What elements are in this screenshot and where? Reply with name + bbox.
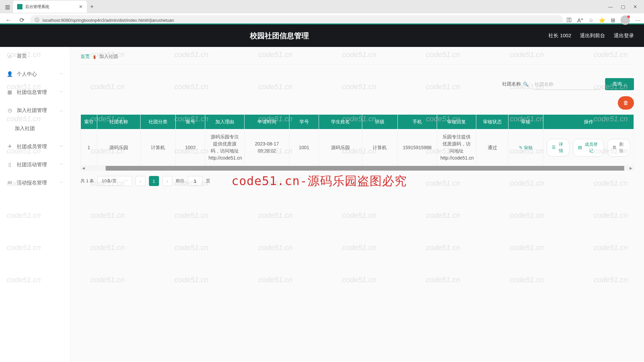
breadcrumb: 首页 ▮ 加入社团 [80,54,634,65]
send-icon: ✈ [7,143,13,149]
col-reason: 加入理由 [205,115,244,129]
app-header: 校园社团信息管理 社长 1002 退出到前台 退出登录 [0,23,644,47]
cell-student-no: 1001 [289,129,319,166]
cell-account: 1002 [176,129,205,166]
sidebar-item-home[interactable]: ⌂ 首页 [0,47,70,65]
phone-icon: ▯ [7,162,13,168]
scroll-track[interactable] [86,166,628,171]
horizontal-scrollbar[interactable]: ◀ ▶ [80,166,634,171]
window-controls: — ▢ ✕ [608,4,644,9]
favorites-bar-icon[interactable]: ⭐ [599,17,605,23]
detail-button[interactable]: ☰ 详情 [547,139,570,157]
prev-page-button[interactable]: ‹ [136,176,146,186]
col-category: 社团分类 [140,115,176,129]
search-icon: 🔍 [523,81,529,87]
favorite-icon[interactable]: ☆ [589,17,593,23]
app: 校园社团信息管理 社长 1002 退出到前台 退出登录 ⌂ 首页 👤 个人中心 … [0,23,644,362]
scroll-left-icon[interactable]: ◀ [81,166,86,170]
search-input[interactable] [533,78,600,90]
browser-tab[interactable]: 后台管理系统 ✕ [13,1,87,13]
col-apply-time: 申请时间 [245,115,289,129]
sidebar-item-label: 活动报名管理 [17,180,47,186]
logout-link[interactable]: 退出登录 [614,33,634,39]
sidebar-item-member[interactable]: ✈ 社团成员管理 ﹀ [0,137,70,156]
breadcrumb-home[interactable]: 首页 [80,54,90,60]
sidebar-item-label: 个人中心 [17,71,37,77]
sidebar-item-label: 加入社团管理 [17,107,47,114]
clock-icon: ◷ [7,107,13,113]
cell-phone: 15915915988 [397,129,437,166]
chevron-down-icon: ﹀ [124,178,128,184]
more-icon[interactable]: ⋯ [635,17,641,23]
cell-reason: 源码乐园专注提供优质源码，访问地址http://code51.cn [205,129,244,166]
chevron-up-icon: ︿ [59,108,63,113]
pagination: 共 1 条 10条/页 ﹀ ‹ 1 › 前往 页 [80,176,634,186]
cell-review-reply: 乐园专注提供优质源码，访问地址http://code51.cn [437,129,476,166]
close-window-icon[interactable]: ✕ [633,4,637,9]
sidebar-item-join-manage[interactable]: ◷ 加入社团管理 ︿ [0,101,70,119]
sidebar-item-activity[interactable]: ▯ 社团活动管理 ﹀ [0,156,70,174]
col-account: 账号 [176,115,205,129]
cell-class: 计算机 [362,129,397,166]
close-icon[interactable]: ✕ [79,4,83,9]
minimize-icon[interactable]: — [608,4,613,9]
col-name: 社团名称 [97,115,140,129]
table-header-row: 索引 社团名称 社团分类 账号 加入理由 申请时间 学号 学生姓名 班级 手机 … [81,115,634,129]
trash-small-icon: 🗑 [612,144,616,151]
tab-overview-button[interactable]: ▥ [2,1,13,12]
col-student-name: 学生姓名 [319,115,362,129]
maximize-icon[interactable]: ▢ [621,4,625,9]
chevron-down-icon: ﹀ [59,180,63,186]
scroll-thumb[interactable] [106,166,624,171]
col-review-reply: 审核回复 [437,115,476,129]
sidebar-item-label: 首页 [17,53,27,59]
search-button-label: 查询 [612,81,622,87]
goto-label: 前往 [176,178,184,184]
search-button[interactable]: 查询 ⌕ [605,78,634,90]
url-text: localhost:8080/springbootnp4n3/admin/dis… [43,18,174,23]
audit-link[interactable]: ✎ 审核 [519,144,533,151]
col-actions: 操作 [543,115,634,129]
col-audit: 审核 [508,115,543,129]
chevron-down-icon: ﹀ [59,162,63,168]
sidebar-item-signup[interactable]: ✉ 活动报名管理 ﹀ [0,174,70,192]
pagination-total: 共 1 条 [80,178,94,184]
list-icon: ☰ [552,144,556,151]
sidebar-item-join-club[interactable]: 加入社团 [0,119,70,137]
col-review-status: 审核状态 [476,115,508,129]
key-icon[interactable]: ⚿ [567,17,572,23]
back-to-front-link[interactable]: 退出到前台 [580,33,605,39]
breadcrumb-current: 加入社团 [99,54,118,60]
sidebar-item-club-info[interactable]: ▦ 社团信息管理 ﹀ [0,83,70,101]
table-row: 1 源码乐园 计算机 1002 源码乐园专注提供优质源码，访问地址http://… [81,129,634,166]
cell-actions: ☰ 详情 ▤ 成员登记 🗑 删除 [543,129,634,166]
scroll-right-icon[interactable]: ▶ [628,166,634,170]
read-aloud-icon[interactable]: A» [577,16,583,24]
cell-student-name: 源码乐园 [319,129,362,166]
chevron-down-icon: ﹀ [59,144,63,149]
sidebar-item-profile[interactable]: 👤 个人中心 ﹀ [0,65,70,83]
info-icon: ⓘ [35,17,39,23]
edit-icon: ✎ [519,144,523,151]
collections-icon[interactable]: ⊞ [611,17,615,23]
new-tab-button[interactable]: + [87,3,97,10]
next-page-button[interactable]: › [162,176,172,186]
sidebar-item-label: 加入社团 [15,125,35,132]
profile-avatar[interactable] [621,15,630,25]
delete-button[interactable]: 🗑 删除 [607,139,630,157]
chevron-down-icon: ﹀ [59,71,63,77]
goto-page-input[interactable] [188,176,203,186]
breadcrumb-sep-icon: ▮ [93,54,96,59]
search-glass-icon: ⌕ [624,81,627,87]
cell-apply-time: 2023-08-17 09:28:02 [245,129,289,166]
batch-delete-button[interactable]: 🗑 [618,96,634,110]
page-size-select[interactable]: 10条/页 ﹀ [97,176,132,186]
page-1-button[interactable]: 1 [149,176,159,186]
data-table: 索引 社团名称 社团分类 账号 加入理由 申请时间 学号 学生姓名 班级 手机 … [80,114,634,171]
col-phone: 手机 [397,115,437,129]
cell-category: 计算机 [140,129,176,166]
user-label[interactable]: 社长 1002 [548,33,571,39]
search-bar: 社团名称 🔍 查询 ⌕ [80,78,634,90]
cell-index: 1 [81,129,97,166]
register-button[interactable]: ▤ 成员登记 [573,139,604,157]
